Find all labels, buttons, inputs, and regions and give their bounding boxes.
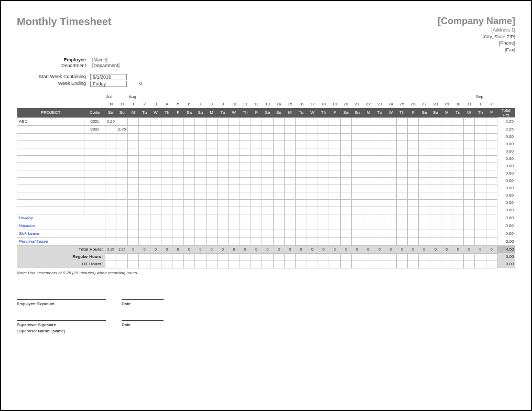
hours-cell[interactable] [363,214,374,222]
hours-cell[interactable] [340,163,351,170]
hours-cell[interactable] [285,214,296,222]
hours-cell[interactable] [430,237,441,245]
hours-cell[interactable] [396,214,407,222]
hours-cell[interactable] [150,133,161,140]
project-cell[interactable] [17,177,84,185]
ot-cell[interactable] [195,261,206,268]
hours-cell[interactable] [172,155,183,163]
ot-cell[interactable] [206,261,217,268]
hours-cell[interactable] [296,148,307,155]
hours-cell[interactable] [385,170,396,177]
hours-cell[interactable] [116,163,128,170]
hours-cell[interactable] [161,237,172,245]
hours-cell[interactable] [307,148,318,155]
hours-cell[interactable] [296,185,307,192]
supervisor-sig-line[interactable] [17,320,106,321]
regular-cell[interactable] [161,253,172,261]
hours-cell[interactable] [419,222,430,230]
hours-cell[interactable] [273,170,284,177]
hours-cell[interactable] [419,148,430,155]
hours-cell[interactable] [352,199,363,207]
regular-cell[interactable] [340,253,351,261]
hours-cell[interactable] [408,163,419,170]
hours-cell[interactable] [408,170,419,177]
hours-cell[interactable] [374,237,385,245]
hours-cell[interactable] [183,163,194,170]
ot-cell[interactable] [139,261,150,268]
project-cell[interactable] [17,140,84,148]
hours-cell[interactable] [217,207,228,214]
project-cell[interactable] [17,192,84,199]
hours-cell[interactable] [486,237,497,245]
hours-cell[interactable] [206,148,217,155]
regular-cell[interactable] [183,253,194,261]
hours-cell[interactable] [486,192,497,199]
hours-cell[interactable] [251,185,262,192]
ot-cell[interactable] [262,261,273,268]
hours-cell[interactable] [441,125,452,133]
hours-cell[interactable] [195,117,206,125]
hours-cell[interactable] [139,192,150,199]
hours-cell[interactable] [352,230,363,237]
regular-cell[interactable] [408,253,419,261]
hours-cell[interactable] [452,125,463,133]
hours-cell[interactable] [127,133,138,140]
hours-cell[interactable] [430,133,441,140]
code-cell[interactable]: C002 [84,125,105,133]
ot-cell[interactable] [273,261,284,268]
ot-cell[interactable] [183,261,194,268]
hours-cell[interactable] [352,140,363,148]
hours-cell[interactable] [430,222,441,230]
employee-value[interactable]: [Name] [90,57,110,62]
hours-cell[interactable] [363,222,374,230]
hours-cell[interactable] [195,207,206,214]
hours-cell[interactable] [273,133,284,140]
regular-cell[interactable] [150,253,161,261]
hours-cell[interactable] [430,125,441,133]
project-cell[interactable] [17,185,84,192]
project-cell[interactable] [17,125,84,133]
hours-cell[interactable] [419,140,430,148]
hours-cell[interactable] [206,214,217,222]
hours-cell[interactable] [183,140,194,148]
hours-cell[interactable] [452,192,463,199]
hours-cell[interactable] [486,230,497,237]
hours-cell[interactable] [396,155,407,163]
hours-cell[interactable] [161,155,172,163]
hours-cell[interactable] [139,237,150,245]
hours-cell[interactable] [441,207,452,214]
hours-cell[interactable] [374,133,385,140]
hours-cell[interactable] [329,117,340,125]
hours-cell[interactable] [195,163,206,170]
hours-cell[interactable] [486,140,497,148]
hours-cell[interactable] [183,185,194,192]
hours-cell[interactable] [329,237,340,245]
hours-cell[interactable] [262,155,273,163]
hours-cell[interactable] [127,140,138,148]
hours-cell[interactable] [408,199,419,207]
hours-cell[interactable] [161,192,172,199]
hours-cell[interactable] [396,170,407,177]
hours-cell[interactable] [273,177,284,185]
hours-cell[interactable] [139,163,150,170]
hours-cell[interactable] [273,117,284,125]
hours-cell[interactable] [217,117,228,125]
hours-cell[interactable] [172,170,183,177]
hours-cell[interactable] [363,237,374,245]
hours-cell[interactable] [273,155,284,163]
ot-cell[interactable] [396,261,407,268]
hours-cell[interactable] [463,222,474,230]
hours-cell[interactable] [352,163,363,170]
hours-cell[interactable] [195,177,206,185]
hours-cell[interactable] [318,133,329,140]
hours-cell[interactable] [161,222,172,230]
ot-cell[interactable] [307,261,318,268]
hours-cell[interactable] [206,163,217,170]
hours-cell[interactable] [374,148,385,155]
hours-cell[interactable] [475,148,486,155]
hours-cell[interactable] [105,199,116,207]
hours-cell[interactable] [229,170,240,177]
hours-cell[interactable] [475,230,486,237]
hours-cell[interactable] [408,192,419,199]
hours-cell[interactable] [116,192,128,199]
